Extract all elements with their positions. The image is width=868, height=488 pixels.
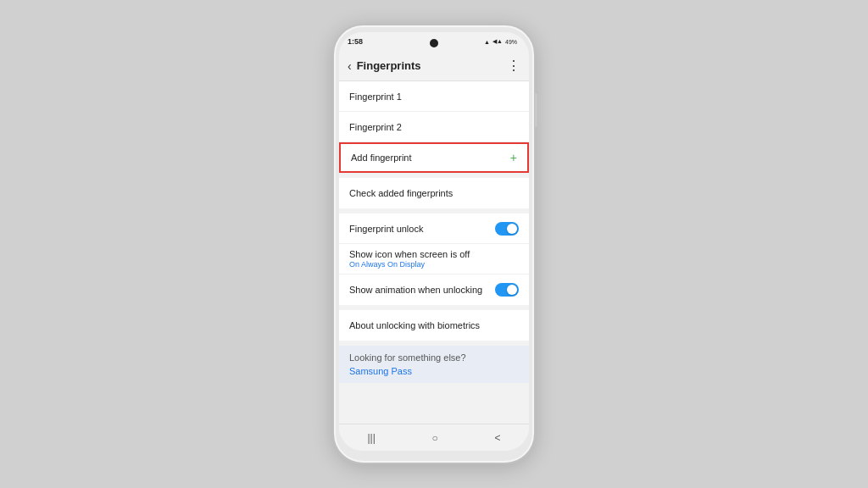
- fingerprint-unlock-toggle[interactable]: [495, 222, 519, 236]
- home-button[interactable]: ○: [432, 432, 438, 444]
- phone-device: 1:58 ▲ ◀▲ 49% ‹ Fingerprints ⋮ Fingerpri…: [332, 24, 536, 464]
- status-time: 1:58: [348, 37, 363, 46]
- wifi-icon: ▲: [484, 39, 490, 45]
- check-fingerprints-section: Check added fingerprints: [339, 178, 529, 208]
- looking-section: Looking for something else? Samsung Pass: [339, 346, 529, 383]
- fingerprint-unlock-label: Fingerprint unlock: [349, 224, 495, 234]
- show-animation-item[interactable]: Show animation when unlocking: [339, 274, 529, 305]
- camera-notch: [430, 39, 438, 47]
- top-bar: ‹ Fingerprints ⋮: [339, 51, 529, 81]
- fingerprint-1-label: Fingerprint 1: [349, 92, 519, 102]
- show-animation-toggle[interactable]: [495, 283, 519, 297]
- about-section: About unlocking with biometrics: [339, 310, 529, 341]
- battery-text: 49%: [505, 39, 517, 45]
- fingerprints-section: Fingerprint 1 Fingerprint 2 Add fingerpr…: [339, 81, 529, 173]
- add-fingerprint-label: Add fingerprint: [351, 152, 510, 163]
- add-fingerprint-item[interactable]: Add fingerprint +: [339, 142, 529, 173]
- show-icon-content: Show icon when screen is off On Always O…: [349, 249, 519, 269]
- more-options-button[interactable]: ⋮: [507, 58, 520, 74]
- about-biometrics-label: About unlocking with biometrics: [349, 320, 519, 330]
- recent-apps-button[interactable]: |||: [367, 432, 375, 444]
- back-nav-button[interactable]: <: [495, 432, 501, 444]
- fingerprint-1-item[interactable]: Fingerprint 1: [339, 81, 529, 112]
- fingerprint-2-item[interactable]: Fingerprint 2: [339, 112, 529, 142]
- content-area: Fingerprint 1 Fingerprint 2 Add fingerpr…: [339, 81, 529, 424]
- show-animation-label: Show animation when unlocking: [349, 285, 495, 295]
- show-icon-sublabel: On Always On Display: [349, 260, 519, 269]
- page-title: Fingerprints: [357, 59, 507, 72]
- status-icons: ▲ ◀▲ 49%: [484, 38, 517, 45]
- power-button: [535, 93, 537, 127]
- back-button[interactable]: ‹: [348, 59, 352, 73]
- looking-title: Looking for something else?: [349, 352, 519, 363]
- fingerprint-2-label: Fingerprint 2: [349, 122, 519, 132]
- bottom-nav: ||| ○ <: [339, 424, 529, 451]
- samsung-pass-link[interactable]: Samsung Pass: [349, 366, 519, 376]
- phone-screen: 1:58 ▲ ◀▲ 49% ‹ Fingerprints ⋮ Fingerpri…: [339, 32, 529, 451]
- signal-icon: ◀▲: [492, 38, 503, 45]
- show-animation-content: Show animation when unlocking: [349, 285, 495, 295]
- add-fingerprint-icon: +: [510, 151, 517, 164]
- show-icon-item[interactable]: Show icon when screen is off On Always O…: [339, 244, 529, 274]
- fingerprint-unlock-item[interactable]: Fingerprint unlock: [339, 214, 529, 244]
- check-fingerprints-label: Check added fingerprints: [349, 188, 519, 198]
- show-icon-label: Show icon when screen is off: [349, 249, 519, 259]
- fingerprint-unlock-content: Fingerprint unlock: [349, 224, 495, 234]
- settings-section: Fingerprint unlock Show icon when screen…: [339, 214, 529, 305]
- about-biometrics-item[interactable]: About unlocking with biometrics: [339, 310, 529, 341]
- check-fingerprints-item[interactable]: Check added fingerprints: [339, 178, 529, 208]
